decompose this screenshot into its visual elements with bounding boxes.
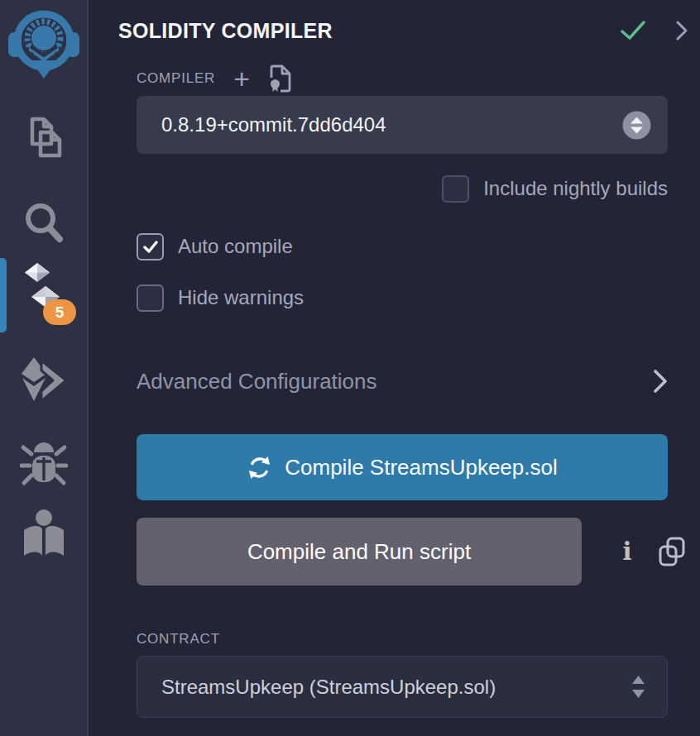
debugger-icon (20, 436, 68, 489)
search-icon (20, 198, 68, 247)
select-spinner-icon (622, 111, 651, 140)
include-nightly-row[interactable]: Include nightly builds (442, 173, 668, 204)
panel-header: SOLIDITY COMPILER (118, 13, 688, 48)
collapse-panel-chevron-icon[interactable] (676, 20, 688, 41)
refresh-icon (247, 455, 272, 480)
contract-select[interactable]: StreamsUpkeep (StreamsUpkeep.sol) (137, 656, 668, 718)
compile-and-run-button[interactable]: Compile and Run script (137, 518, 582, 585)
deploy-and-run-icon (20, 354, 68, 404)
chevron-right-icon (654, 369, 668, 394)
select-updown-arrows-icon (631, 675, 645, 700)
include-nightly-label[interactable]: Include nightly builds (483, 177, 668, 200)
compiler-version-select[interactable]: 0.8.19+commit.7dd6d404 (137, 96, 668, 154)
hide-warnings-label[interactable]: Hide warnings (178, 286, 304, 309)
compiler-error-count-badge: 5 (43, 299, 76, 325)
hide-warnings-checkbox[interactable] (137, 284, 164, 312)
remix-logo-icon (6, 6, 82, 82)
copy-icon[interactable] (658, 536, 686, 567)
add-compiler-icon[interactable]: + (233, 67, 250, 90)
documentation-book-icon (20, 508, 68, 559)
sidebar-item-documentation[interactable] (0, 504, 87, 562)
auto-compile-checkbox[interactable] (137, 233, 164, 260)
compile-success-check-icon (620, 20, 646, 41)
contract-select-value: StreamsUpkeep (StreamsUpkeep.sol) (161, 676, 631, 699)
compiler-section-label: COMPILER (137, 70, 215, 87)
compiler-version-value: 0.8.19+commit.7dd6d404 (161, 113, 622, 136)
auto-compile-label[interactable]: Auto compile (178, 235, 293, 258)
contract-section-label: CONTRACT (137, 631, 220, 648)
sidebar-item-deploy-and-run[interactable] (0, 351, 87, 407)
advanced-configurations-toggle[interactable]: Advanced Configurations (137, 364, 668, 399)
compile-button-label: Compile StreamsUpkeep.sol (285, 455, 557, 480)
hide-warnings-row[interactable]: Hide warnings (137, 282, 304, 313)
sidebar-item-file-explorer[interactable] (0, 112, 87, 162)
sidebar-item-solidity-compiler[interactable]: 5 (0, 261, 87, 331)
compile-and-run-row: Compile and Run script i (137, 518, 700, 585)
auto-compile-row[interactable]: Auto compile (137, 231, 293, 262)
compile-button[interactable]: Compile StreamsUpkeep.sol (137, 434, 668, 500)
sidebar-item-debugger[interactable] (0, 433, 87, 491)
file-explorer-icon (21, 114, 67, 160)
advanced-configurations-label: Advanced Configurations (137, 369, 654, 394)
compiler-label-row: COMPILER + (137, 65, 292, 93)
icon-sidebar: 5 (0, 0, 89, 736)
compile-and-run-label: Compile and Run script (247, 539, 471, 565)
include-nightly-checkbox[interactable] (442, 175, 469, 203)
sidebar-item-search[interactable] (0, 195, 87, 250)
page-title: SOLIDITY COMPILER (118, 19, 620, 43)
remix-ide-compiler-panel: 5 (0, 0, 700, 736)
info-icon[interactable]: i (616, 540, 638, 564)
remix-logo[interactable] (0, 5, 87, 83)
license-file-icon[interactable] (268, 65, 292, 93)
solidity-compiler-panel: SOLIDITY COMPILER COMPILER + (90, 0, 700, 736)
